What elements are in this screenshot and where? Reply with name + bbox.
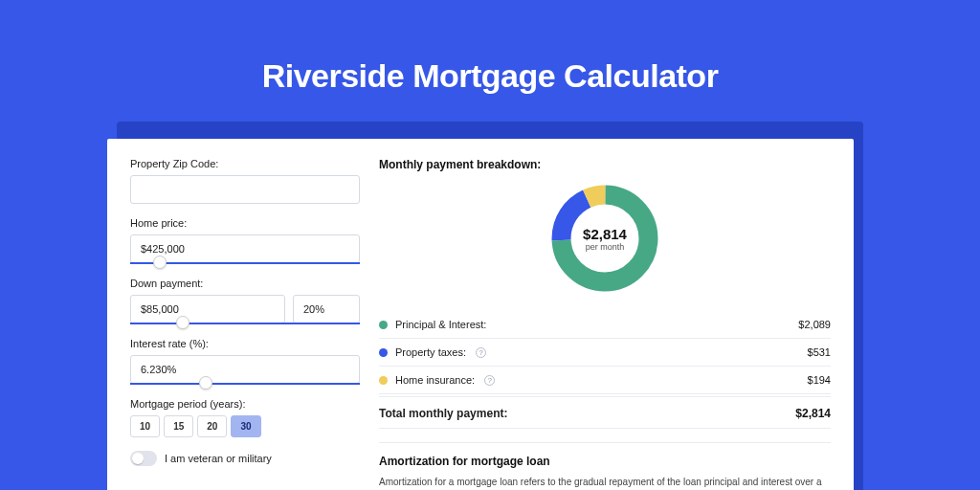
legend-value-insurance: $194 <box>808 374 831 386</box>
downpayment-percent-input[interactable] <box>293 295 360 323</box>
legend-label-insurance: Home insurance: <box>395 374 475 386</box>
price-label: Home price: <box>130 217 360 229</box>
legend-row-total: Total monthly payment: $2,814 <box>379 396 831 429</box>
downpayment-slider-thumb[interactable] <box>176 316 189 329</box>
veteran-toggle[interactable] <box>130 451 157 466</box>
zip-label: Property Zip Code: <box>130 158 360 169</box>
payment-donut-chart: $2,814 per month <box>547 181 662 296</box>
period-option-15[interactable]: 15 <box>164 415 193 437</box>
downpayment-label: Down payment: <box>130 278 360 289</box>
price-slider-thumb[interactable] <box>153 256 167 269</box>
legend-row-taxes: Property taxes: ? $531 <box>379 339 831 367</box>
downpayment-slider[interactable] <box>130 323 360 324</box>
dot-icon <box>379 348 388 357</box>
donut-center-amount: $2,814 <box>583 226 627 242</box>
donut-center-sub: per month <box>583 242 627 252</box>
rate-input[interactable] <box>130 355 360 384</box>
amortization-section: Amortization for mortgage loan Amortizat… <box>379 442 831 490</box>
veteran-label: I am veteran or military <box>165 453 272 464</box>
page-title: Riverside Mortgage Calculator <box>0 57 980 95</box>
price-slider[interactable] <box>130 262 360 264</box>
total-label: Total monthly payment: <box>379 407 507 420</box>
rate-label: Interest rate (%): <box>130 338 360 349</box>
period-option-20[interactable]: 20 <box>197 415 227 437</box>
period-option-10[interactable]: 10 <box>130 415 160 437</box>
legend-label-taxes: Property taxes: <box>395 346 466 358</box>
amortization-title: Amortization for mortgage loan <box>379 455 831 468</box>
legend-value-principal: $2,089 <box>798 319 831 330</box>
breakdown-title: Monthly payment breakdown: <box>379 158 831 171</box>
downpayment-amount-input[interactable] <box>130 295 285 323</box>
legend-row-insurance: Home insurance: ? $194 <box>379 367 831 394</box>
zip-input[interactable] <box>130 175 360 204</box>
rate-slider-thumb[interactable] <box>199 376 212 390</box>
legend-row-principal: Principal & Interest: $2,089 <box>379 311 831 339</box>
info-icon[interactable]: ? <box>484 375 495 386</box>
legend-value-taxes: $531 <box>808 346 831 358</box>
inputs-column: Property Zip Code: Home price: Down paym… <box>130 158 360 490</box>
legend-label-principal: Principal & Interest: <box>395 319 486 330</box>
panel-backdrop: Property Zip Code: Home price: Down paym… <box>117 122 863 490</box>
total-value: $2,814 <box>795 407 831 420</box>
calculator-panel: Property Zip Code: Home price: Down paym… <box>107 139 854 490</box>
info-icon[interactable]: ? <box>476 347 486 358</box>
amortization-text: Amortization for a mortgage loan refers … <box>379 476 831 490</box>
period-options: 10 15 20 30 <box>130 415 360 437</box>
dot-icon <box>379 376 388 385</box>
dot-icon <box>379 321 388 329</box>
breakdown-column: Monthly payment breakdown: $2,814 per mo… <box>379 158 831 490</box>
period-option-30[interactable]: 30 <box>231 415 260 437</box>
period-label: Mortgage period (years): <box>130 398 360 410</box>
rate-slider[interactable] <box>130 383 360 385</box>
